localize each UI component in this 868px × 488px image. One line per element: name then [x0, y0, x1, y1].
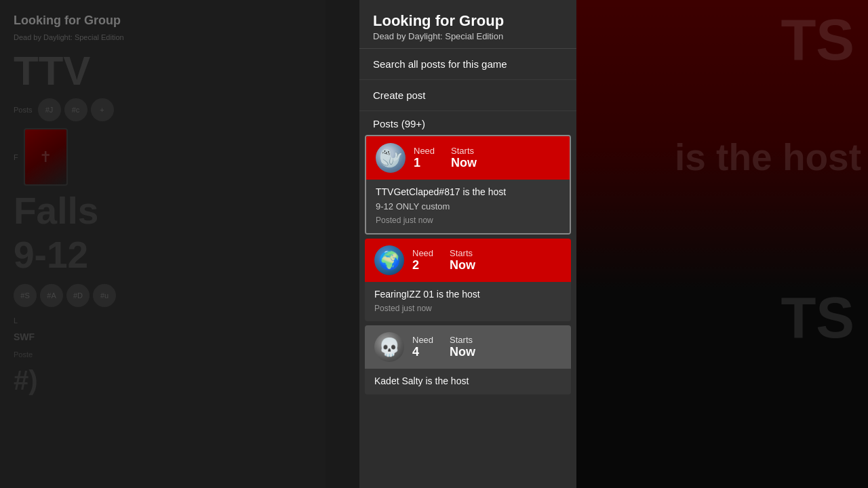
post-1-need-col: Need 1 [414, 146, 435, 170]
sidebar-text-posted: Poste [14, 350, 312, 359]
bg-text-912: 9-12 [14, 237, 312, 274]
post-1-need-value: 1 [414, 156, 435, 170]
post-3-host: Kadet Salty is the host [374, 375, 561, 386]
sidebar-circles-row: #S #A #D #u [14, 284, 312, 307]
post-3-need-col: Need 4 [412, 335, 433, 359]
post-card-2-header: Need 2 Starts Now [365, 239, 571, 282]
post-card-1-header: Need 1 Starts Now [366, 136, 570, 180]
post-1-avatar [376, 143, 406, 173]
post-1-starts-value: Now [451, 156, 477, 170]
post-card-3[interactable]: Need 4 Starts Now Kadet Salty is the hos… [365, 325, 571, 394]
game-thumbnail: ✝ [24, 128, 68, 186]
post-card-3-body: Kadet Salty is the host [365, 369, 571, 394]
right-bg-text-host: is the host [675, 136, 861, 179]
post-card-2[interactable]: Need 2 Starts Now FearingIZZ 01 is the h… [365, 239, 571, 321]
post-card-3-header: Need 4 Starts Now [365, 325, 571, 369]
posts-label: Posts (99+) [359, 111, 576, 135]
post-3-avatar [374, 332, 404, 362]
left-sidebar: Looking for Group Dead by Daylight: Spec… [0, 0, 326, 488]
create-post-nav[interactable]: Create post [359, 80, 576, 111]
sidebar-title: Looking for Group [14, 14, 312, 28]
panel-header: Looking for Group Dead by Daylight: Spec… [359, 0, 576, 49]
sidebar-circle: #c [64, 98, 87, 121]
post-3-starts-label: Starts [450, 335, 475, 345]
post-card-2-body: FearingIZZ 01 is the host Posted just no… [365, 282, 571, 321]
search-posts-nav[interactable]: Search all posts for this game [359, 49, 576, 80]
post-3-need-label: Need [412, 335, 433, 345]
post-3-need-value: 4 [412, 345, 433, 359]
post-3-starts-col: Starts Now [450, 335, 475, 359]
post-3-need-info: Need 4 Starts Now [412, 335, 475, 359]
sidebar-subtitle: Dead by Daylight: Special Edition [14, 33, 312, 41]
post-2-need-value: 2 [412, 258, 433, 272]
post-2-need-info: Need 2 Starts Now [412, 248, 475, 272]
post-card-1[interactable]: Need 1 Starts Now TTVGetClaped#817 is th… [365, 135, 571, 235]
post-2-need-label: Need [412, 248, 433, 258]
post-3-starts-value: Now [450, 345, 475, 359]
right-bg-text-ts: TS [781, 7, 854, 73]
sidebar-post-row-2: F ✝ [14, 128, 312, 186]
post-2-host: FearingIZZ 01 is the host [374, 289, 561, 300]
bg-text-falls: Falls [14, 192, 312, 230]
sidebar-post-row: Posts #J #c + [14, 98, 312, 121]
post-2-need-col: Need 2 [412, 248, 433, 272]
panel-title: Looking for Group [373, 12, 563, 30]
right-bg-text-ts2: TS [781, 285, 854, 351]
post-1-host: TTVGetClaped#817 is the host [376, 186, 560, 197]
post-1-description: 9-12 ONLY custom [376, 201, 560, 211]
post-1-starts-label: Starts [451, 146, 477, 156]
post-card-1-body: TTVGetClaped#817 is the host 9-12 ONLY c… [366, 180, 570, 233]
post-1-need-info: Need 1 Starts Now [414, 146, 477, 170]
panel-subtitle: Dead by Daylight: Special Edition [373, 31, 563, 41]
post-2-time: Posted just now [374, 304, 561, 313]
post-1-need-label: Need [414, 146, 435, 156]
bg-text-ttv: TTV [14, 51, 312, 92]
sidebar-text-l: L [14, 317, 312, 325]
sidebar-circle: #J [38, 98, 61, 121]
sidebar-circle: + [91, 98, 114, 121]
main-panel: Looking for Group Dead by Daylight: Spec… [359, 0, 576, 488]
right-background: TS is the host TS [556, 0, 868, 488]
sidebar-text-swf: SWF [14, 331, 312, 342]
post-2-starts-value: Now [450, 258, 475, 272]
post-1-time: Posted just now [376, 216, 560, 225]
post-2-avatar [374, 245, 404, 275]
post-2-starts-col: Starts Now [450, 248, 475, 272]
bg-text-hash: #) [14, 365, 312, 396]
post-1-starts-col: Starts Now [451, 146, 477, 170]
post-2-starts-label: Starts [450, 248, 475, 258]
